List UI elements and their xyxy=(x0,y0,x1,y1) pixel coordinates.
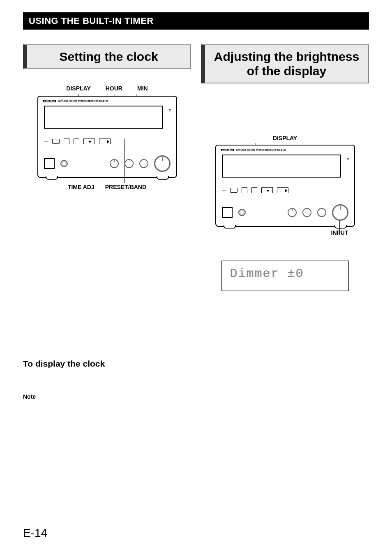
down-arrow-icon xyxy=(261,187,273,193)
usb-icon xyxy=(230,188,238,193)
knob-icon xyxy=(125,159,134,168)
knob-icon xyxy=(110,159,119,168)
leader-line xyxy=(339,221,340,235)
power-button-icon xyxy=(222,207,233,218)
device-bottom-row xyxy=(44,157,171,170)
device-brand-row: YAMAHA NATURAL SOUND STEREO RECEIVER RX-… xyxy=(43,100,171,102)
volume-knob-icon xyxy=(332,204,348,221)
right-section-title: Adjusting the brightness of the display xyxy=(214,50,359,78)
device-outline: YAMAHA NATURAL SOUND STEREO RECEIVER RX-… xyxy=(215,145,355,227)
usb-label-icon: ▭▭ xyxy=(222,189,226,192)
right-section-title-box: Adjusting the brightness of the display xyxy=(201,44,369,83)
knob-icon xyxy=(302,208,311,217)
left-section-title: Setting the clock xyxy=(59,50,158,63)
section-header-bar: USING THE BUILT-IN TIMER xyxy=(23,12,369,30)
left-device-figure: DISPLAY HOUR MIN YAMAHA NATURAL SOUND ST… xyxy=(29,85,185,190)
jack-icon xyxy=(238,209,246,216)
device-control-row: ▭▭ xyxy=(222,184,348,196)
device-model-text: NATURAL SOUND STEREO RECEIVER RX-E100 xyxy=(236,149,286,151)
jack-icon xyxy=(60,160,68,167)
device-bottom-row xyxy=(222,206,348,219)
page-number-text: E-14 xyxy=(23,527,47,539)
label-hour: HOUR xyxy=(106,85,122,92)
lcd-display-box: Dimmer ±0 xyxy=(221,261,349,291)
note-text: Note xyxy=(23,393,36,400)
label-min: MIN xyxy=(137,85,148,92)
device-control-row: ▭▭ xyxy=(44,135,171,148)
device-screen xyxy=(222,155,341,178)
power-button-icon xyxy=(44,158,55,169)
device-foot xyxy=(224,225,236,229)
down-arrow-icon xyxy=(83,139,95,144)
note-label: Note xyxy=(23,393,191,400)
button-icon xyxy=(242,187,247,193)
volume-knob-icon xyxy=(154,155,171,172)
subheading-display-clock: To display the clock xyxy=(23,359,191,369)
subheading-text: To display the clock xyxy=(23,359,105,368)
label-input: INPUT xyxy=(331,229,348,236)
usb-label-icon: ▭▭ xyxy=(44,140,48,143)
right-device-figure: YAMAHA NATURAL SOUND STEREO RECEIVER RX-… xyxy=(207,145,363,236)
left-section-title-box: Setting the clock xyxy=(23,44,191,69)
label-display: DISPLAY xyxy=(66,85,90,92)
device-brand-row: YAMAHA NATURAL SOUND STEREO RECEIVER RX-… xyxy=(221,149,349,151)
device-foot xyxy=(46,176,58,180)
button-icon xyxy=(64,139,69,144)
label-display-right: DISPLAY xyxy=(201,135,369,141)
knob-icon xyxy=(317,208,326,217)
lcd-text: Dimmer ±0 xyxy=(230,267,304,281)
leader-line xyxy=(125,139,125,183)
label-display-right-text: DISPLAY xyxy=(273,135,297,141)
page-number: E-14 xyxy=(23,527,47,540)
label-preset-band: PRESET/BAND xyxy=(105,184,146,190)
device-led xyxy=(169,109,171,111)
device-model-text: NATURAL SOUND STEREO RECEIVER RX-E100 xyxy=(58,100,108,102)
label-time-adj: TIME ADJ xyxy=(68,184,95,190)
brand-logo: YAMAHA xyxy=(43,100,56,102)
brand-logo: YAMAHA xyxy=(221,149,234,151)
device-foot xyxy=(334,225,347,229)
leader-line xyxy=(91,151,91,183)
section-header-text: USING THE BUILT-IN TIMER xyxy=(29,16,154,26)
device-screen xyxy=(44,106,163,129)
usb-icon xyxy=(52,139,60,144)
right-arrow-icon xyxy=(99,139,111,144)
knob-icon xyxy=(288,208,297,217)
device-outline: YAMAHA NATURAL SOUND STEREO RECEIVER RX-… xyxy=(37,96,177,178)
button-icon xyxy=(74,139,79,144)
device-foot xyxy=(157,176,169,180)
button-icon xyxy=(251,187,257,193)
knob-icon xyxy=(139,159,148,168)
device-led xyxy=(347,158,349,160)
right-arrow-icon xyxy=(277,187,288,193)
